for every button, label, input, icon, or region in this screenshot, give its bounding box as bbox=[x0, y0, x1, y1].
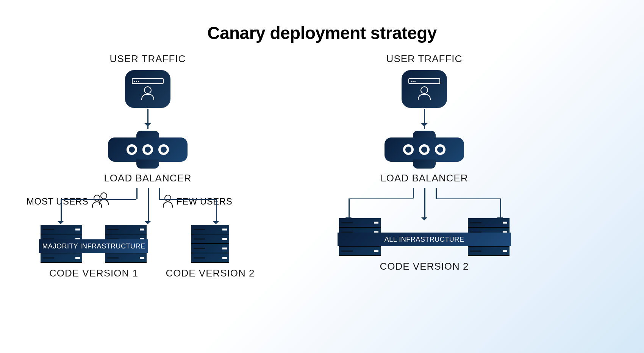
all-infra-banner: ALL INFRASTRUCTURE bbox=[338, 233, 511, 246]
code-v2-label: CODE VERSION 2 bbox=[380, 261, 469, 272]
user-icon bbox=[163, 195, 173, 208]
traffic-split: MOST USERS FEW USERS bbox=[34, 188, 261, 222]
load-balancer-label: LOAD BALANCER bbox=[104, 172, 191, 184]
user-traffic-label: USER TRAFFIC bbox=[110, 53, 186, 65]
browser-user-icon bbox=[402, 70, 447, 108]
traffic-split-full bbox=[311, 188, 538, 218]
load-balancer-label: LOAD BALANCER bbox=[380, 172, 468, 184]
arrow-down-icon bbox=[147, 109, 148, 129]
code-v1-label: CODE VERSION 1 bbox=[49, 267, 138, 279]
users-icon bbox=[92, 195, 109, 208]
phase-full: USER TRAFFIC LOAD BALANCER ALL INFRASTRU… bbox=[311, 53, 538, 272]
majority-infra-banner: MAJORITY INFRASTRUCTURE bbox=[39, 239, 148, 253]
most-users-label: MOST USERS bbox=[27, 195, 109, 208]
few-users-label: FEW USERS bbox=[163, 195, 232, 208]
user-traffic-label: USER TRAFFIC bbox=[386, 53, 463, 65]
load-balancer-icon bbox=[385, 131, 464, 169]
arrow-down-icon bbox=[424, 109, 425, 129]
server-icon bbox=[191, 225, 229, 263]
diagram-title: Canary deployment strategy bbox=[207, 23, 437, 43]
load-balancer-icon bbox=[108, 131, 188, 169]
all-infra-group: ALL INFRASTRUCTURE CODE VERSION 2 bbox=[339, 218, 510, 272]
canary-group: CODE VERSION 2 bbox=[166, 225, 255, 279]
majority-group: MAJORITY INFRASTRUCTURE CODE VERSION 1 bbox=[41, 225, 147, 279]
phase-canary: USER TRAFFIC LOAD BALANCER MOST USERS FE… bbox=[34, 53, 261, 279]
browser-user-icon bbox=[125, 70, 170, 108]
code-v2-label: CODE VERSION 2 bbox=[166, 267, 255, 279]
